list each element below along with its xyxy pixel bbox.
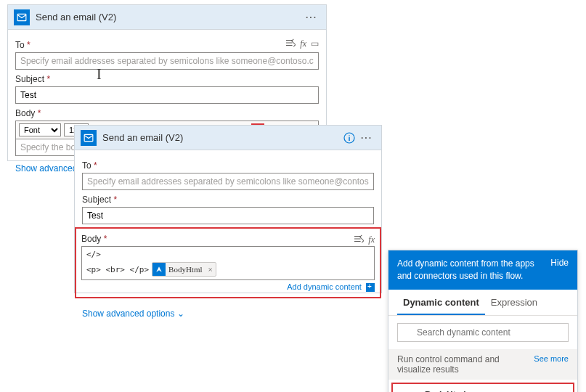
outlook-icon bbox=[81, 130, 97, 146]
panel-tabs: Dynamic content Expression bbox=[388, 290, 577, 316]
font-select[interactable]: Font bbox=[19, 123, 61, 136]
body-section-highlight: Body * fx </> <p> <br> </p> BodyHtml × A… bbox=[75, 227, 381, 298]
panel-header-text: Add dynamic content from the apps and co… bbox=[397, 258, 550, 282]
tab-dynamic-content[interactable]: Dynamic content bbox=[397, 290, 485, 315]
search-input[interactable] bbox=[397, 323, 569, 342]
to-input[interactable] bbox=[15, 52, 319, 70]
card-title: Send an email (V2) bbox=[102, 132, 341, 143]
subject-input[interactable] bbox=[15, 86, 319, 104]
adx-icon bbox=[152, 263, 166, 276]
panel-header: Add dynamic content from the apps and co… bbox=[388, 250, 577, 290]
switch-mode-icon[interactable] bbox=[354, 234, 364, 245]
chevron-down-icon: ⌄ bbox=[177, 309, 184, 319]
to-label: To * bbox=[82, 160, 374, 171]
show-advanced-link[interactable]: Show advanced options ⌄ bbox=[82, 309, 184, 319]
to-input[interactable] bbox=[82, 173, 374, 190]
card-body: To * Subject * bbox=[75, 150, 381, 224]
code-tag-text: </> bbox=[86, 250, 370, 259]
expand-icon[interactable]: ▭ bbox=[311, 38, 319, 49]
dynamic-token-bodyhtml[interactable]: BodyHtml × bbox=[152, 262, 216, 277]
card-footer: Show advanced options ⌄ bbox=[75, 298, 381, 324]
result-text: BodyHtml The body of the result in html … bbox=[425, 390, 564, 392]
add-dynamic-row: Add dynamic content bbox=[81, 282, 375, 292]
body-label: Body * bbox=[81, 234, 354, 244]
info-icon[interactable] bbox=[341, 129, 358, 147]
add-dynamic-icon[interactable] bbox=[366, 283, 375, 292]
card-title: Send an email (V2) bbox=[36, 12, 303, 23]
email-card-front: Send an email (V2) ··· To * Subject * Bo… bbox=[74, 125, 382, 293]
card-header: Send an email (V2) ··· bbox=[8, 5, 326, 30]
results-section-header: Run control command and visualize result… bbox=[388, 349, 577, 380]
to-label: To * bbox=[15, 40, 285, 50]
card-header: Send an email (V2) ··· bbox=[75, 126, 381, 150]
see-more-link[interactable]: See more bbox=[534, 354, 569, 375]
subject-label: Subject * bbox=[82, 195, 374, 205]
body-label: Body * bbox=[15, 108, 319, 118]
result-bodyhtml[interactable]: BodyHtml The body of the result in html … bbox=[391, 383, 574, 392]
fx-icon[interactable]: fx bbox=[300, 38, 306, 49]
body-html-prefix: <p> <br> </p> bbox=[86, 265, 149, 274]
token-label: BodyHtml bbox=[166, 265, 205, 274]
subject-label: Subject * bbox=[15, 74, 319, 84]
more-icon[interactable]: ··· bbox=[358, 129, 375, 147]
switch-mode-icon[interactable] bbox=[285, 38, 296, 49]
more-icon[interactable]: ··· bbox=[303, 9, 320, 26]
hide-button[interactable]: Hide bbox=[550, 258, 569, 282]
remove-token-button[interactable]: × bbox=[205, 265, 216, 274]
tab-expression[interactable]: Expression bbox=[485, 290, 543, 315]
result-title: BodyHtml bbox=[425, 390, 564, 392]
svg-point-6 bbox=[349, 135, 350, 136]
subject-input[interactable] bbox=[82, 207, 374, 224]
search-wrap bbox=[388, 316, 577, 349]
fx-icon[interactable]: fx bbox=[368, 234, 375, 245]
add-dynamic-content-link[interactable]: Add dynamic content bbox=[287, 282, 362, 291]
dynamic-content-panel: Add dynamic content from the apps and co… bbox=[388, 250, 578, 392]
body-code-editor[interactable]: </> <p> <br> </p> BodyHtml × bbox=[81, 246, 375, 280]
outlook-icon bbox=[14, 9, 30, 25]
section-title: Run control command and visualize result… bbox=[397, 354, 534, 375]
